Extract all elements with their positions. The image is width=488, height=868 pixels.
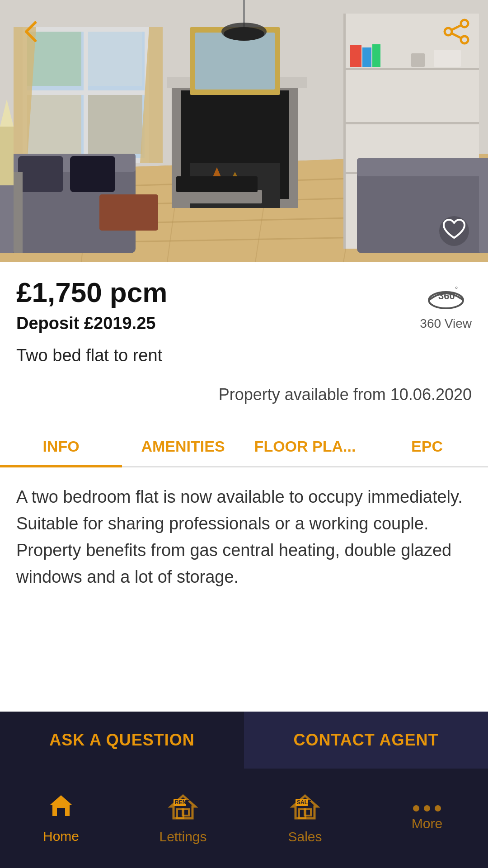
nav-sales-label: Sales	[288, 829, 322, 844]
nav-home-label: Home	[43, 829, 79, 844]
property-price: £1,750 pcm	[16, 278, 167, 307]
svg-rect-50	[18, 156, 63, 192]
svg-rect-20	[434, 50, 461, 67]
property-details: £1,750 pcm Deposit £2019.25 360 ° 360 Vi…	[0, 262, 488, 404]
svg-point-32	[224, 27, 264, 41]
svg-text:°: °	[455, 286, 458, 293]
tab-epc[interactable]: EPC	[366, 427, 488, 466]
view-360-button[interactable]: 360 ° 360 View	[420, 282, 472, 331]
svg-rect-59	[99, 194, 158, 231]
svg-rect-13	[343, 14, 346, 249]
svg-rect-26	[195, 33, 275, 90]
more-icon	[413, 805, 441, 811]
nav-lettings[interactable]: RENT Lettings	[122, 792, 244, 844]
svg-rect-51	[70, 156, 115, 192]
property-description: A two bedroom flat is now available to o…	[0, 467, 488, 604]
bottom-nav: Home RENT Lettings SALE Sales	[0, 769, 488, 868]
svg-rect-14	[343, 68, 479, 70]
property-availability: Property available from 10.06.2020	[16, 385, 472, 404]
svg-rect-43	[27, 95, 81, 154]
svg-rect-40	[23, 90, 149, 95]
svg-point-66	[439, 216, 469, 246]
svg-rect-71	[57, 808, 65, 816]
svg-text:360: 360	[438, 290, 455, 302]
svg-rect-57	[0, 127, 14, 185]
back-button[interactable]	[18, 18, 45, 47]
view-360-label: 360 View	[420, 316, 472, 331]
svg-rect-18	[362, 47, 371, 67]
sales-icon-wrapper: SALE	[289, 792, 321, 825]
share-button[interactable]	[443, 18, 470, 47]
nav-more[interactable]: More	[366, 805, 488, 831]
tabs-container: INFO AMENITIES FLOOR PLA... EPC	[0, 427, 488, 467]
svg-point-63	[445, 28, 452, 35]
tab-floorplan[interactable]: FLOOR PLA...	[244, 427, 366, 466]
favorite-button[interactable]	[438, 215, 470, 249]
svg-rect-44	[88, 95, 142, 154]
svg-rect-60	[14, 172, 23, 253]
svg-rect-17	[350, 45, 361, 67]
property-type: Two bed flat to rent	[16, 346, 472, 365]
property-deposit: Deposit £2019.25	[16, 314, 167, 333]
lettings-icon-wrapper: RENT	[167, 792, 199, 825]
contact-agent-button[interactable]: CONTACT AGENT	[244, 712, 488, 769]
svg-point-62	[461, 36, 468, 43]
svg-text:RENT: RENT	[175, 799, 190, 806]
svg-rect-56	[176, 176, 258, 192]
hero-image	[0, 0, 488, 262]
svg-rect-19	[372, 44, 380, 67]
nav-more-label: More	[412, 816, 442, 831]
svg-line-65	[452, 33, 461, 38]
svg-point-61	[461, 20, 468, 27]
svg-rect-42	[88, 32, 142, 86]
nav-lettings-label: Lettings	[159, 829, 206, 844]
tab-info[interactable]: INFO	[0, 427, 122, 466]
nav-home[interactable]: Home	[0, 793, 122, 844]
svg-rect-54	[479, 167, 488, 253]
svg-line-64	[452, 25, 461, 30]
svg-rect-15	[343, 122, 479, 124]
svg-text:SALE: SALE	[297, 799, 311, 806]
svg-rect-53	[357, 158, 488, 176]
home-icon	[48, 793, 74, 824]
action-buttons: ASK A QUESTION CONTACT AGENT	[0, 712, 488, 769]
tab-amenities[interactable]: AMENITIES	[122, 427, 244, 466]
nav-sales[interactable]: SALE Sales	[244, 792, 366, 844]
svg-rect-21	[411, 53, 425, 67]
ask-question-button[interactable]: ASK A QUESTION	[0, 712, 244, 769]
